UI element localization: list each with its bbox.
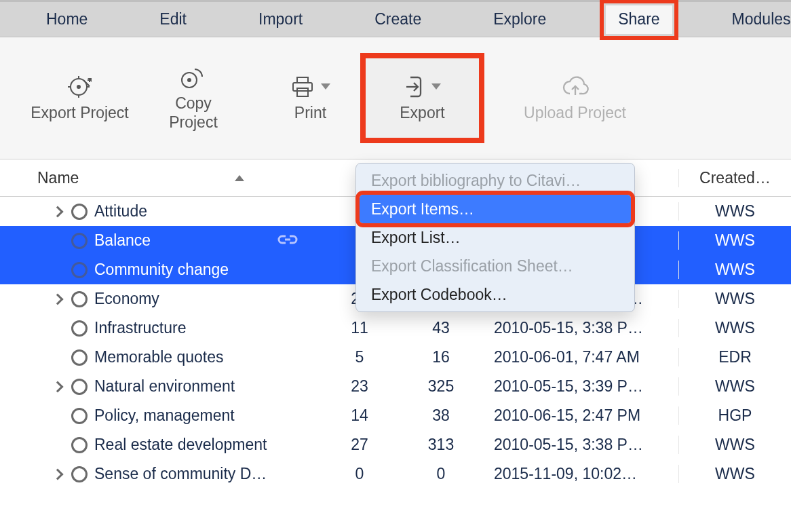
row-date: 2010-06-15, 2:47 PM xyxy=(488,406,678,425)
export-label: Export xyxy=(400,104,444,123)
row-date: 2015-11-09, 10:02… xyxy=(488,465,678,483)
row-date: 2010-05-15, 3:38 P… xyxy=(488,436,678,454)
row-name-cell: Natural environment xyxy=(0,377,326,396)
print-button[interactable]: Print xyxy=(265,56,356,140)
row-created-by: EDR xyxy=(678,348,791,366)
node-circle-icon xyxy=(71,233,88,249)
export-project-label: Export Project xyxy=(31,104,128,123)
column-header-name-label: Name xyxy=(37,169,79,187)
row-count2: 43 xyxy=(393,319,488,337)
dropdown-caret-icon xyxy=(431,83,441,90)
export-icon xyxy=(404,74,441,100)
menu-edit[interactable]: Edit xyxy=(147,5,199,34)
table-row[interactable]: Policy, management14382010-06-15, 2:47 P… xyxy=(0,401,791,430)
row-count1: 23 xyxy=(326,377,393,396)
node-circle-icon xyxy=(71,437,88,453)
export-codebook-item[interactable]: Export Codebook… xyxy=(356,280,634,309)
row-date: 2010-05-15, 3:39 P… xyxy=(488,377,678,396)
copy-project-button[interactable]: Copy Project xyxy=(149,56,237,140)
node-circle-icon xyxy=(71,349,88,366)
row-name-label: Infrastructure xyxy=(94,319,187,337)
menu-create[interactable]: Create xyxy=(362,5,433,34)
row-created-by: WWS xyxy=(678,261,791,279)
row-name-label: Memorable quotes xyxy=(94,348,224,366)
expand-chevron-icon[interactable] xyxy=(52,293,64,305)
menu-share[interactable]: Share xyxy=(606,5,672,34)
table-row[interactable]: Real estate development273132010-05-15, … xyxy=(0,430,791,459)
row-name-label: Economy xyxy=(94,290,159,308)
row-name-label: Policy, management xyxy=(94,406,235,425)
table-row[interactable]: Memorable quotes5162010-06-01, 7:47 AMED… xyxy=(0,343,791,372)
row-name-cell: Economy xyxy=(0,290,326,308)
row-created-by: WWS xyxy=(678,465,791,483)
cloud-upload-icon xyxy=(562,74,589,100)
column-header-name[interactable]: Name xyxy=(0,169,326,187)
expand-chevron-icon[interactable] xyxy=(52,468,64,480)
row-count1: 11 xyxy=(326,319,393,337)
expand-chevron-icon[interactable] xyxy=(52,206,64,217)
row-created-by: WWS xyxy=(678,436,791,454)
export-bibliography-citavi-item: Export bibliography to Citavi… xyxy=(356,166,634,195)
export-dropdown: Export bibliography to Citavi… Export It… xyxy=(355,163,635,312)
row-date: 2010-05-15, 3:38 P… xyxy=(488,319,678,337)
svg-rect-6 xyxy=(293,83,312,91)
row-name-label: Attitude xyxy=(94,202,147,221)
row-name-cell: Community change xyxy=(0,261,326,279)
menu-modules[interactable]: Modules xyxy=(720,5,791,34)
row-count1: 27 xyxy=(326,436,393,454)
row-name-cell: Attitude xyxy=(0,202,326,221)
row-name-label: Natural environment xyxy=(94,377,235,396)
row-name-label: Sense of community D… xyxy=(94,465,267,483)
row-name-cell: Real estate development xyxy=(0,436,326,454)
row-name-label: Real estate development xyxy=(94,436,267,454)
menu-import[interactable]: Import xyxy=(246,5,315,34)
row-created-by: WWS xyxy=(678,319,791,337)
menu-home[interactable]: Home xyxy=(34,5,100,34)
row-name-cell: Policy, management xyxy=(0,406,326,425)
table-row[interactable]: Natural environment233252010-05-15, 3:39… xyxy=(0,372,791,401)
export-project-icon xyxy=(68,74,92,100)
row-count2: 325 xyxy=(393,377,488,396)
copy-project-icon xyxy=(180,64,207,90)
row-created-by: WWS xyxy=(678,290,791,308)
row-count2: 0 xyxy=(393,465,488,483)
upload-project-button[interactable]: Upload Project xyxy=(502,56,648,140)
node-circle-icon xyxy=(71,262,88,278)
row-created-by: WWS xyxy=(678,231,791,250)
export-button[interactable]: Export xyxy=(363,56,482,140)
row-name-cell: Memorable quotes xyxy=(0,348,326,366)
export-list-item[interactable]: Export List… xyxy=(356,223,634,252)
row-name-cell: Sense of community D… xyxy=(0,465,326,483)
table-row[interactable]: Infrastructure11432010-05-15, 3:38 P…WWS xyxy=(0,314,791,343)
toolbar: Export Project Copy Project Print xyxy=(0,37,791,159)
svg-rect-7 xyxy=(297,88,308,96)
row-name-label: Community change xyxy=(94,261,229,279)
export-items-item[interactable]: Export Items… xyxy=(360,195,631,223)
row-count1: 14 xyxy=(326,406,393,425)
export-classification-sheet-item: Export Classification Sheet… xyxy=(356,252,634,280)
print-icon xyxy=(291,74,330,100)
svg-point-4 xyxy=(188,79,191,81)
node-circle-icon xyxy=(71,408,88,424)
node-circle-icon xyxy=(71,320,88,337)
row-created-by: WWS xyxy=(678,377,791,396)
dropdown-caret-icon xyxy=(321,83,330,90)
print-label: Print xyxy=(294,104,326,123)
upload-project-label: Upload Project xyxy=(524,104,626,123)
node-circle-icon xyxy=(71,466,88,482)
row-count2: 38 xyxy=(393,406,488,425)
svg-point-1 xyxy=(77,86,80,88)
column-header-created[interactable]: Created… xyxy=(678,169,791,187)
svg-rect-5 xyxy=(297,77,308,83)
row-count2: 313 xyxy=(393,436,488,454)
row-created-by: HGP xyxy=(678,406,791,425)
expand-chevron-icon[interactable] xyxy=(52,381,64,392)
row-name-label: Balance xyxy=(94,231,151,250)
node-circle-icon xyxy=(71,204,88,220)
row-count1: 5 xyxy=(326,348,393,366)
sort-ascending-icon xyxy=(235,175,244,181)
menubar: Home Edit Import Create Explore Share Mo… xyxy=(0,0,791,37)
table-row[interactable]: Sense of community D…002015-11-09, 10:02… xyxy=(0,459,791,489)
menu-explore[interactable]: Explore xyxy=(481,5,558,34)
export-project-button[interactable]: Export Project xyxy=(27,56,132,140)
